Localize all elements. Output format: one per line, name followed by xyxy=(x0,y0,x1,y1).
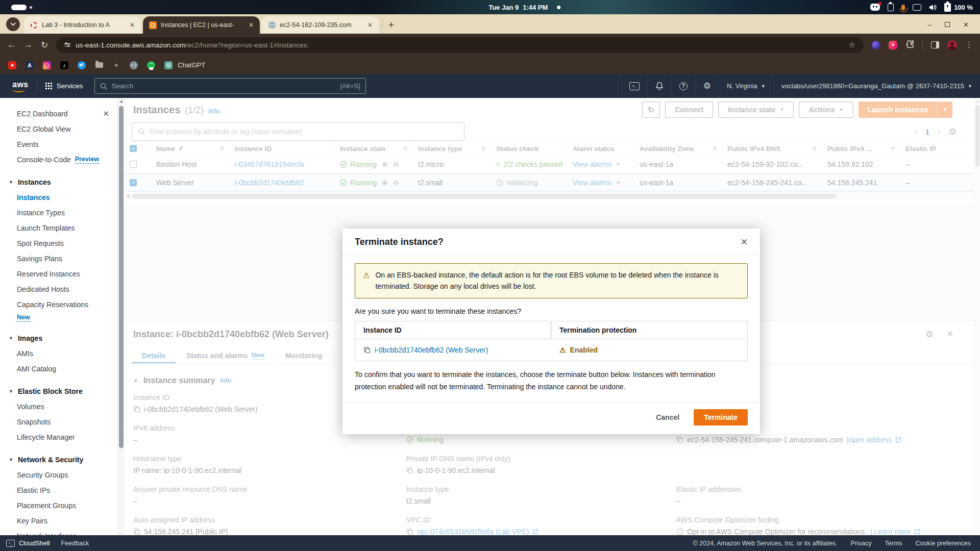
sidebar-item-ami-catalog[interactable]: AMI Catalog xyxy=(0,361,117,377)
display-icon[interactable] xyxy=(913,4,921,11)
feedback-link[interactable]: Feedback xyxy=(61,540,89,547)
page-bookmark-icon[interactable] xyxy=(112,61,120,69)
browser-sidebar-icon[interactable] xyxy=(931,41,939,48)
terminal-icon: >_ xyxy=(6,540,15,547)
tab-lab3[interactable]: Lab 3 - Introduction to A ✕ xyxy=(24,16,141,34)
sidebar-section-instances[interactable]: ▼Instances xyxy=(0,174,117,190)
sidebar-item-instance-types[interactable]: Instance Types xyxy=(0,205,117,220)
sidebar-item-amis[interactable]: AMIs xyxy=(0,346,117,361)
system-top-bar: Tue Jan 9 1:44 PM 100 % xyxy=(0,0,980,14)
help-icon[interactable]: ? xyxy=(671,74,695,98)
sidebar-item-ec2-global-view[interactable]: EC2 Global View xyxy=(0,121,117,137)
tab-close-icon[interactable]: ✕ xyxy=(249,21,254,29)
microphone-icon[interactable] xyxy=(901,5,905,10)
speaker-icon[interactable] xyxy=(929,4,937,11)
tab-ec2-site[interactable]: ec2-54-162-109-235.com ✕ xyxy=(262,16,379,34)
site-settings-icon[interactable] xyxy=(64,43,70,46)
sidebar-section-images[interactable]: ▼Images xyxy=(0,331,117,346)
twitter-bookmark-icon[interactable] xyxy=(78,61,86,69)
folder-bookmark-icon[interactable] xyxy=(95,61,103,69)
sidebar-item-key-pairs[interactable]: Key Pairs xyxy=(0,513,117,529)
restore-button[interactable] xyxy=(945,21,950,29)
aws-console-header: aws Services [Alt+S] >_ ? ⚙ N. Virginia▼… xyxy=(0,74,980,98)
cloudshell-button[interactable]: >_ xyxy=(621,74,647,98)
globe-bookmark-icon[interactable] xyxy=(130,61,138,69)
cookie-preferences-link[interactable]: Cookie preferences xyxy=(916,540,971,547)
chatgpt-bookmark-icon[interactable] xyxy=(164,61,173,69)
copy-icon[interactable] xyxy=(363,346,371,354)
sidebar-item-console-to-code[interactable]: Console-to-Code Preview xyxy=(0,152,117,167)
battery-indicator[interactable]: 100 % xyxy=(944,3,973,12)
aws-logo[interactable]: aws xyxy=(12,80,29,92)
tab-search-button[interactable] xyxy=(6,17,20,31)
tab-close-icon[interactable]: ✕ xyxy=(130,21,135,29)
extension-purple-icon[interactable] xyxy=(872,41,880,49)
aws-search-bar[interactable]: [Alt+S] xyxy=(94,78,366,94)
instagram-bookmark-icon[interactable] xyxy=(43,61,51,69)
region-selector[interactable]: N. Virginia▼ xyxy=(719,74,773,98)
new-tab-button[interactable]: + xyxy=(388,19,394,31)
sidebar-item-network-interfaces[interactable]: Network Interfaces xyxy=(0,529,117,535)
sidebar-item-capacity-reservations[interactable]: Capacity Reservations xyxy=(0,297,117,312)
grid-icon xyxy=(45,83,52,89)
sidebar-item-instances[interactable]: Instances xyxy=(0,190,117,205)
sidebar-section-network-security[interactable]: ▼Network & Security xyxy=(0,452,117,467)
address-bar[interactable]: us-east-1.console.aws.amazon.com/ec2/hom… xyxy=(56,37,864,53)
sidebar-item-dedicated-hosts[interactable]: Dedicated Hosts xyxy=(0,282,117,297)
extension-red-icon[interactable]: + xyxy=(889,41,897,49)
settings-gear-icon[interactable]: ⚙ xyxy=(695,74,719,98)
close-sidebar-icon[interactable]: ✕ xyxy=(103,109,109,118)
scrollbar-thumb[interactable] xyxy=(119,106,124,448)
battery-icon xyxy=(944,3,951,12)
account-menu[interactable]: voclabs/user2981860=Gauranga_Gautam @ 26… xyxy=(773,74,980,98)
youtube-bookmark-icon[interactable] xyxy=(8,61,16,69)
activities-indicator[interactable] xyxy=(11,5,32,10)
toolbar-separator xyxy=(922,40,923,49)
notifications-bell-icon[interactable] xyxy=(647,74,671,98)
spotify-bookmark-icon[interactable] xyxy=(147,61,155,69)
sidebar-item-events[interactable]: Events xyxy=(0,137,117,152)
preview-badge[interactable]: Preview xyxy=(75,156,99,164)
sidebar-item-lifecycle-manager[interactable]: Lifecycle Manager xyxy=(0,430,117,445)
sidebar-item-launch-templates[interactable]: Launch Templates xyxy=(0,220,117,236)
privacy-link[interactable]: Privacy xyxy=(851,540,872,547)
sidebar-section-elastic-block-store[interactable]: ▼Elastic Block Store xyxy=(0,384,117,399)
back-button[interactable]: ← xyxy=(7,40,16,50)
sidebar-item-placement-groups[interactable]: Placement Groups xyxy=(0,498,117,513)
cancel-button[interactable]: Cancel xyxy=(656,413,679,421)
reload-button[interactable]: ↻ xyxy=(41,40,48,51)
aws-search-input[interactable] xyxy=(112,82,336,90)
sidebar-item-savings-plans[interactable]: Savings Plans xyxy=(0,251,117,266)
a-bookmark-icon[interactable]: A xyxy=(26,61,34,69)
sidebar-item-security-groups[interactable]: Security Groups xyxy=(0,467,117,483)
close-window-button[interactable]: ✕ xyxy=(963,21,969,29)
terms-link[interactable]: Terms xyxy=(885,540,902,547)
chatgpt-bookmark-label[interactable]: ChatGPT xyxy=(178,61,205,69)
system-clock[interactable]: Tue Jan 9 1:44 PM xyxy=(488,4,560,11)
cloudshell-footer-button[interactable]: >_CloudShell xyxy=(6,540,50,547)
terminate-button[interactable]: Terminate xyxy=(694,409,748,425)
sidebar-item-snapshots[interactable]: Snapshots xyxy=(0,414,117,430)
sidebar-item-reserved-instances[interactable]: Reserved Instances xyxy=(0,266,117,282)
sidebar-item-ec2-dashboard[interactable]: EC2 Dashboard✕ xyxy=(0,106,117,121)
sidebar-scrollbar[interactable]: ▲ xyxy=(117,98,125,535)
minimize-button[interactable]: – xyxy=(928,21,932,29)
instance-id-link[interactable]: i-0bcbb2d1740ebfb62 (Web Server) xyxy=(375,346,488,354)
extensions-puzzle-icon[interactable] xyxy=(905,40,914,51)
sidebar-item-volumes[interactable]: Volumes xyxy=(0,399,117,414)
modal-close-icon[interactable]: ✕ xyxy=(741,237,748,247)
sidebar-item-spot-requests[interactable]: Spot Requests xyxy=(0,236,117,251)
discord-icon[interactable] xyxy=(870,4,880,11)
services-menu[interactable]: Services xyxy=(45,82,83,90)
browser-menu-icon[interactable]: ⋮ xyxy=(965,40,973,49)
new-badge[interactable]: New xyxy=(17,314,30,322)
tab-ec2-instances[interactable]: Instances | EC2 | us-east- ✕ xyxy=(143,16,260,34)
profile-avatar[interactable] xyxy=(947,40,957,50)
bookmark-star-icon[interactable]: ☆ xyxy=(849,40,855,49)
sidebar-item-elastic-ips[interactable]: Elastic IPs xyxy=(0,483,117,498)
tab-close-icon[interactable]: ✕ xyxy=(368,21,373,29)
tiktok-bookmark-icon[interactable]: ♪ xyxy=(60,61,68,69)
system-tray[interactable]: 100 % xyxy=(870,3,973,12)
clipboard-icon[interactable] xyxy=(888,4,894,11)
forward-button[interactable]: → xyxy=(24,40,33,50)
